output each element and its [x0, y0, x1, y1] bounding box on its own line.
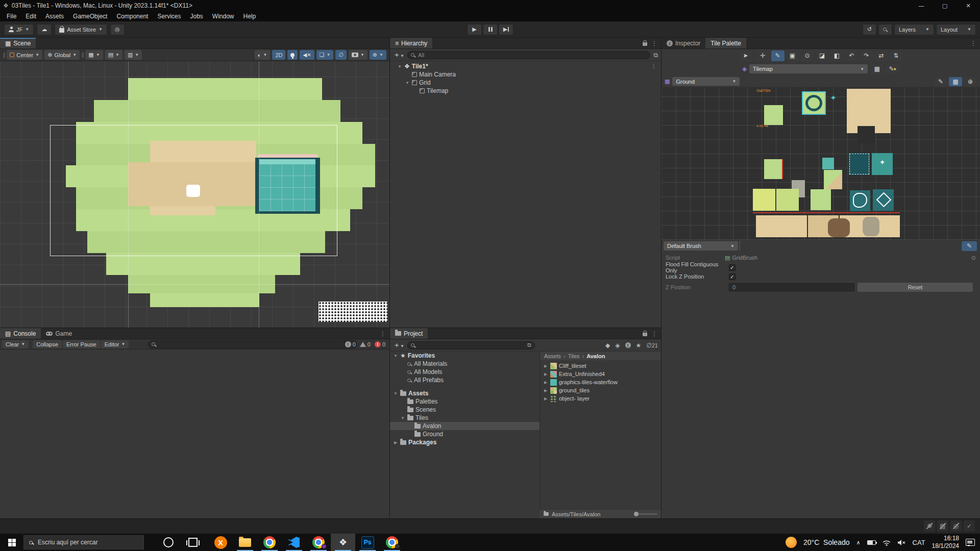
menu-assets[interactable]: Assets: [41, 11, 68, 21]
battery-icon[interactable]: [867, 540, 876, 545]
create-add-button[interactable]: ＋▼: [393, 341, 404, 350]
audio-mute-button[interactable]: ◀✕: [300, 50, 314, 60]
language-indicator[interactable]: CAT: [913, 539, 925, 546]
expander-icon[interactable]: ▶: [393, 440, 398, 445]
wifi-icon[interactable]: [883, 539, 891, 546]
undo-history-button[interactable]: ↺: [863, 24, 876, 35]
status-ok-icon[interactable]: ✓: [964, 520, 975, 532]
project-tree-assets[interactable]: ▼Assets: [390, 389, 540, 397]
search-by-type-icon[interactable]: ◆: [605, 342, 610, 349]
palette-tile[interactable]: ✦: [828, 94, 839, 105]
grid-snapping-button[interactable]: ▦▼: [85, 50, 103, 60]
palette-tile[interactable]: [824, 170, 842, 189]
scene-lighting-button[interactable]: [287, 50, 298, 60]
asset-item-cliff[interactable]: ▶Cliff_tileset: [540, 362, 661, 370]
pick-window-icon[interactable]: ⧉: [527, 342, 531, 348]
tool-rotate-ccw-button[interactable]: ↶: [845, 51, 859, 61]
minimize-button[interactable]: —: [910, 0, 933, 11]
menu-services[interactable]: Services: [153, 11, 185, 21]
lock-z-checkbox[interactable]: ✓: [729, 273, 736, 280]
palette-tile[interactable]: [756, 215, 807, 237]
project-tree-palettes[interactable]: Palettes: [390, 397, 540, 406]
breadcrumb-tiles[interactable]: Tiles: [568, 353, 580, 359]
project-tree-all-prefabs[interactable]: All Prefabs: [390, 376, 540, 384]
console-search-input[interactable]: [148, 340, 357, 348]
asset-item-extra[interactable]: ▶Extra_Unfinished4: [540, 370, 661, 378]
cortana-button[interactable]: [156, 534, 181, 551]
asset-item-ground[interactable]: ▶ground_tiles: [540, 386, 661, 394]
grid-settings-button[interactable]: ▦: [870, 64, 884, 74]
tool-rotate-cw-button[interactable]: ↷: [860, 51, 873, 61]
tool-eraser-button[interactable]: ◪: [816, 51, 829, 61]
active-tilemap-dropdown[interactable]: Tilemap▼: [749, 64, 868, 73]
palette-tile[interactable]: [776, 189, 799, 211]
panel-menu-icon[interactable]: ⋮: [651, 40, 657, 47]
layers-dropdown[interactable]: Layers▼: [894, 24, 934, 35]
taskbar-search-input[interactable]: Escriu aquí per cercar: [23, 535, 144, 549]
edit-palette-button[interactable]: ✎: [934, 77, 947, 86]
tool-handle-pivot-dropdown[interactable]: Center▼: [7, 50, 42, 60]
expander-icon[interactable]: ▼: [397, 64, 402, 69]
taskbar-app-unity[interactable]: ❖: [331, 534, 355, 551]
pause-button[interactable]: [483, 24, 498, 35]
menu-edit[interactable]: Edit: [21, 11, 41, 21]
palette-tile[interactable]: [828, 218, 850, 237]
palette-tile[interactable]: [822, 158, 834, 169]
hidden-packages-icon[interactable]: ∅21: [646, 342, 658, 349]
tab-game[interactable]: Game: [41, 328, 77, 339]
snap-increment-button[interactable]: ▥▼: [125, 50, 142, 60]
project-tree-packages[interactable]: ▶Packages: [390, 438, 540, 446]
project-tree-scenes[interactable]: Scenes: [390, 406, 540, 414]
menu-window[interactable]: Window: [208, 11, 239, 21]
brush-settings-toggle[interactable]: ✎: [962, 241, 977, 251]
palette-tile[interactable]: [849, 153, 870, 175]
pick-new-brush-button[interactable]: ✎★: [886, 64, 899, 74]
palette-tile[interactable]: [803, 92, 825, 114]
scene-visibility-button[interactable]: ∅: [335, 50, 347, 60]
volume-muted-icon[interactable]: [897, 539, 906, 546]
tool-paint-button[interactable]: ✎: [771, 51, 785, 61]
tab-inspector[interactable]: iInspector: [662, 38, 705, 48]
project-tree-tiles[interactable]: ▼Tiles: [390, 414, 540, 422]
grid-visual-button[interactable]: ▤▼: [105, 50, 122, 60]
palette-tile[interactable]: [873, 189, 894, 211]
preview-packages-button[interactable]: ◎: [110, 24, 125, 35]
console-error-count[interactable]: !0: [373, 341, 387, 347]
taskbar-app-chrome[interactable]: [257, 534, 282, 551]
console-info-count[interactable]: !0: [343, 341, 358, 347]
breadcrumb-assets[interactable]: Assets: [544, 353, 561, 359]
taskbar-app-vscode[interactable]: [282, 534, 306, 551]
tab-tile-palette[interactable]: Tile Palette: [705, 38, 746, 48]
action-center-icon[interactable]: [966, 539, 975, 546]
taskbar-app-chrome-alt[interactable]: [380, 534, 404, 551]
menu-file[interactable]: File: [2, 11, 21, 21]
expander-icon[interactable]: ▶: [543, 396, 548, 401]
tool-handle-rotation-dropdown[interactable]: ⊕Global▼: [44, 50, 80, 60]
palette-tile[interactable]: [753, 189, 775, 211]
tool-fill-button[interactable]: ◧: [830, 51, 844, 61]
palette-tile[interactable]: [863, 217, 879, 236]
tile-palette-grid[interactable]: ✦✦OukTShrx-x1-4k: [662, 88, 980, 240]
breadcrumb-avalon[interactable]: Avalon: [586, 353, 605, 359]
panel-menu-icon[interactable]: ⋮: [651, 330, 657, 337]
lock-icon[interactable]: [643, 42, 647, 46]
clock[interactable]: 16:18 18/1/2024: [932, 535, 959, 550]
editor-dropdown[interactable]: Editor▼: [101, 340, 129, 348]
item-menu-icon[interactable]: ⋮: [651, 63, 661, 70]
thumbnail-size-slider[interactable]: [634, 513, 657, 515]
account-button[interactable]: JF▼: [4, 24, 34, 35]
clear-button[interactable]: Clear▼: [2, 340, 29, 348]
search-by-log-icon[interactable]: !: [625, 342, 631, 348]
error-pause-toggle[interactable]: Error Pause: [63, 340, 100, 348]
search-by-label-icon[interactable]: ◈: [615, 342, 620, 349]
tool-box-select-button[interactable]: ▣: [786, 51, 799, 61]
project-tree-favorites[interactable]: ▼★Favorites: [390, 352, 540, 360]
taskbar-app-xampp[interactable]: X: [208, 534, 233, 551]
palette-tile[interactable]: [764, 159, 783, 179]
palette-tile[interactable]: [764, 105, 783, 125]
expander-icon[interactable]: ▶: [543, 364, 548, 368]
grid-toggle-button[interactable]: ▦: [949, 77, 962, 86]
cloud-button[interactable]: ☁: [37, 24, 52, 35]
task-view-button[interactable]: [181, 534, 205, 551]
expander-icon[interactable]: ▼: [393, 391, 398, 396]
